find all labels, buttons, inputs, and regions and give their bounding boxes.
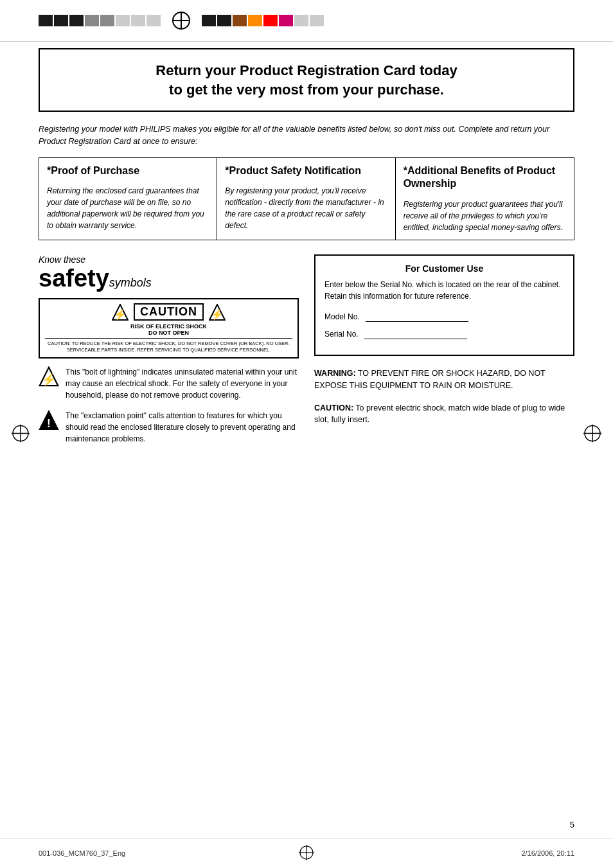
- bolt-note-text: This "bolt of lightning" indicates unins…: [66, 366, 299, 401]
- svg-text:⚡: ⚡: [42, 372, 57, 386]
- intro-text: Registering your model with PHILIPS make…: [39, 123, 574, 146]
- svg-text:!: !: [47, 416, 51, 429]
- caution-electric-text: CAUTION: To prevent electric shock, matc…: [314, 402, 574, 427]
- left-crosshair-icon: [12, 424, 30, 444]
- safety-section: Know these safetysymbols ⚡ CAUTION: [39, 254, 299, 454]
- serial-field-row: Serial No.: [324, 330, 564, 339]
- warning-block: WARNING: TO PREVENT FIRE OR SHOCK HAZARD…: [314, 368, 574, 392]
- color-swatch: [294, 15, 308, 26]
- color-swatch: [279, 15, 293, 26]
- caution-sub-text: RISK OF ELECTRIC SHOCKDO NOT OPEN: [45, 323, 292, 336]
- top-strip: [0, 0, 613, 42]
- right-section: For Customer Use Enter below the Serial …: [314, 254, 574, 454]
- footer-strip: 001-036_MCM760_37_Eng 2/16/2006, 20:11: [0, 838, 613, 868]
- color-bar-right: [202, 15, 324, 26]
- color-swatch: [131, 15, 145, 26]
- color-bar-left: [39, 15, 161, 26]
- customer-use-text: Enter below the Serial No. which is loca…: [324, 279, 564, 302]
- color-swatch: [69, 15, 84, 26]
- benefits-col1-body: Returning the enclosed card guarantees t…: [47, 185, 209, 231]
- benefits-col-proof: *Proof of Purchase Returning the enclose…: [39, 158, 217, 240]
- benefits-col-additional: *Additional Benefits of Product Ownershi…: [396, 158, 574, 240]
- bolt-triangle-icon: ⚡: [39, 366, 59, 387]
- exclamation-triangle-icon: !: [39, 410, 59, 430]
- exclamation-note-text: The "exclamation point" calls attention …: [66, 410, 299, 445]
- caution-triangle-right-icon: ⚡: [209, 304, 226, 321]
- title-box: Return your Product Registration Card to…: [39, 48, 574, 112]
- color-swatch: [39, 15, 53, 26]
- color-swatch: [202, 15, 216, 26]
- crosshair-icon: [172, 12, 190, 30]
- symbols-word: symbols: [109, 276, 152, 290]
- warning-label: WARNING:: [314, 369, 356, 378]
- caution-box: ⚡ CAUTION ⚡ RISK OF ELECTRIC SHOCKDO NOT…: [39, 298, 299, 359]
- benefits-table: *Proof of Purchase Returning the enclose…: [39, 157, 574, 241]
- color-swatch: [54, 15, 68, 26]
- color-swatch: [233, 15, 247, 26]
- caution-warning-text: CAUTION: TO REDUCE THE RISK OF ELECTRIC …: [45, 338, 292, 353]
- know-these-label: Know these: [39, 254, 299, 265]
- svg-text:⚡: ⚡: [211, 308, 224, 321]
- benefits-col-safety: *Product Safety Notification By register…: [217, 158, 395, 240]
- benefits-col3-header: *Additional Benefits of Product Ownershi…: [404, 164, 566, 191]
- footer-left: 001-036_MCM760_37_Eng: [39, 849, 217, 857]
- caution-electric-block: CAUTION: To prevent electric shock, matc…: [314, 402, 574, 427]
- caution-triangle-left-icon: ⚡: [112, 304, 129, 321]
- caution-title-row: ⚡ CAUTION ⚡: [45, 303, 292, 321]
- footer-crosshair: [217, 845, 396, 862]
- benefits-col1-header: *Proof of Purchase: [47, 164, 209, 178]
- customer-use-title: For Customer Use: [324, 263, 564, 274]
- footer-crosshair-icon: [299, 845, 314, 860]
- svg-text:⚡: ⚡: [114, 308, 127, 321]
- color-swatch: [85, 15, 99, 26]
- color-swatch: [147, 15, 161, 26]
- model-label: Model No.: [324, 312, 360, 321]
- color-swatch: [116, 15, 130, 26]
- benefits-col3-body: Registering your product guarantees that…: [404, 199, 566, 233]
- model-field-row: Model No.: [324, 312, 564, 322]
- safety-title-row: safetysymbols: [39, 266, 299, 290]
- lower-section: Know these safetysymbols ⚡ CAUTION: [39, 254, 574, 454]
- warning-text: WARNING: TO PREVENT FIRE OR SHOCK HAZARD…: [314, 368, 574, 392]
- page-number: 5: [570, 820, 574, 829]
- caution-electric-label: CAUTION:: [314, 403, 353, 412]
- exclamation-safety-note: ! The "exclamation point" calls attentio…: [39, 410, 299, 445]
- color-swatch: [217, 15, 231, 26]
- serial-field-line: [364, 330, 467, 339]
- color-swatch: [263, 15, 278, 26]
- color-swatch: [100, 15, 114, 26]
- right-crosshair-icon: [583, 424, 601, 444]
- main-content: Return your Product Registration Card to…: [0, 42, 613, 479]
- footer-right: 2/16/2006, 20:11: [396, 849, 574, 857]
- bolt-safety-note: ⚡ This "bolt of lightning" indicates uni…: [39, 366, 299, 401]
- serial-label: Serial No.: [324, 330, 359, 339]
- model-field-line: [366, 312, 468, 322]
- page-title: Return your Product Registration Card to…: [55, 61, 558, 99]
- benefits-col2-header: *Product Safety Notification: [225, 164, 387, 178]
- customer-use-box: For Customer Use Enter below the Serial …: [314, 254, 574, 356]
- color-swatch: [310, 15, 324, 26]
- page: Return your Product Registration Card to…: [0, 0, 613, 868]
- color-swatch: [248, 15, 262, 26]
- caution-title-text: CAUTION: [134, 303, 204, 321]
- benefits-col2-body: By registering your product, you'll rece…: [225, 185, 387, 231]
- safety-word: safety: [39, 266, 109, 290]
